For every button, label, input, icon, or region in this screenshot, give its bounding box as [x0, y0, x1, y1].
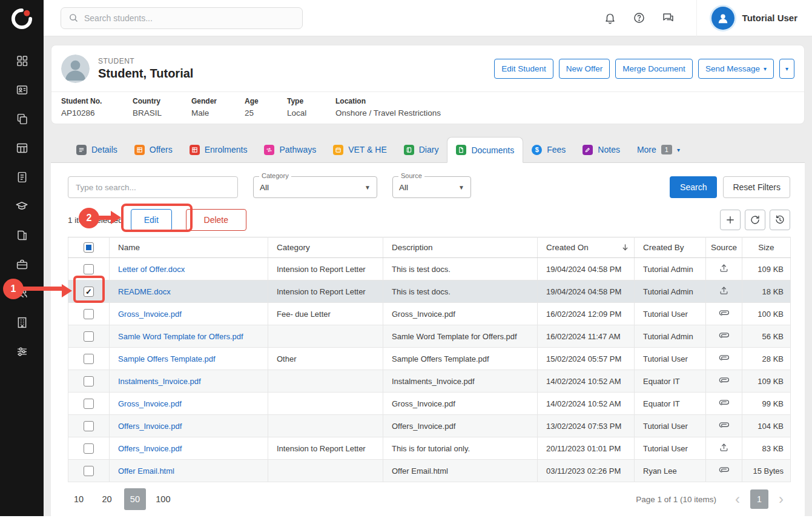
reset-filters-button[interactable]: Reset Filters — [723, 176, 790, 198]
cell-size: 104 KB — [742, 415, 791, 437]
row-checkbox[interactable] — [84, 399, 94, 409]
source-filter-select[interactable]: Source All ▼ — [392, 176, 471, 198]
column-header-source[interactable]: Source — [706, 237, 742, 258]
page-size-10[interactable]: 10 — [68, 488, 90, 510]
page-size-20[interactable]: 20 — [96, 488, 117, 510]
previous-page-button[interactable]: ‹ — [728, 489, 747, 509]
document-link[interactable]: Instalments_Invoice.pdf — [118, 377, 201, 386]
tab-diary[interactable]: Diary — [395, 137, 447, 162]
tab-notes[interactable]: Notes — [574, 137, 629, 162]
add-document-button[interactable] — [720, 210, 741, 230]
attachment-icon — [718, 311, 730, 320]
cell-created-by: Equator IT — [635, 370, 706, 393]
send-message-button[interactable]: Send Message▾ — [698, 59, 774, 79]
row-checkbox[interactable] — [84, 287, 94, 297]
organisation-icon[interactable] — [7, 308, 36, 337]
cell-created-on: 13/02/2024 07:53 PM — [538, 415, 635, 437]
row-checkbox[interactable] — [84, 264, 94, 274]
row-checkbox[interactable] — [84, 331, 94, 342]
cell-category — [268, 415, 383, 437]
chevron-down-icon: ▼ — [447, 184, 464, 191]
app-logo-icon — [10, 7, 34, 31]
contacts-icon[interactable] — [7, 75, 36, 104]
app-logo[interactable] — [8, 5, 36, 33]
new-offer-button[interactable]: New Offer — [559, 59, 610, 79]
refresh-button[interactable] — [745, 210, 765, 230]
dashboard-icon[interactable] — [7, 46, 36, 75]
horizontal-scrollbar[interactable] — [0, 516, 812, 524]
page-size-50[interactable]: 50 — [124, 488, 146, 510]
cell-created-on: 03/11/2023 02:26 PM — [538, 460, 635, 482]
user-menu[interactable]: Tutorial User — [696, 0, 802, 36]
column-header-created-on[interactable]: Created On — [538, 237, 635, 258]
student-tabs: Details Offers Enrolments Pathways VET &… — [51, 137, 805, 163]
tab-enrolments[interactable]: Enrolments — [181, 137, 256, 162]
row-checkbox[interactable] — [84, 466, 94, 476]
cell-category — [268, 460, 383, 482]
document-link[interactable]: Samle Word Template for Offers.pdf — [118, 332, 243, 341]
documents-search-input[interactable] — [68, 176, 238, 198]
column-header-description[interactable]: Description — [383, 237, 538, 258]
delete-button[interactable]: Delete — [186, 209, 246, 231]
current-page-button[interactable]: 1 — [750, 489, 768, 509]
tab-vet-he[interactable]: VET & HE — [325, 137, 395, 162]
row-checkbox[interactable] — [84, 376, 94, 386]
document-link[interactable]: Sample Offers Template.pdf — [118, 354, 216, 363]
student-age: 25 — [245, 108, 271, 118]
merge-document-button[interactable]: Merge Document — [615, 59, 693, 79]
document-link[interactable]: README.docx — [118, 287, 171, 296]
global-search[interactable] — [61, 7, 303, 29]
cell-created-by: Tutorial Admin — [635, 280, 706, 303]
document-link[interactable]: Offers_Invoice.pdf — [118, 422, 182, 431]
column-header-name[interactable]: Name — [110, 237, 268, 258]
document-link[interactable]: Offers_Invoice.pdf — [118, 444, 182, 453]
row-checkbox[interactable] — [84, 309, 94, 319]
search-button[interactable]: Search — [670, 176, 717, 198]
category-filter-select[interactable]: Category All ▼ — [253, 176, 377, 198]
document-link[interactable]: Gross_Invoice.pdf — [118, 399, 182, 408]
invoices-icon[interactable] — [7, 162, 36, 191]
cell-size: 109 KB — [742, 370, 791, 393]
history-button[interactable] — [770, 210, 790, 230]
next-page-button[interactable]: › — [772, 489, 790, 509]
cell-category: Intension to Report Letter — [268, 258, 383, 280]
copy-documents-icon[interactable] — [7, 104, 36, 133]
more-actions-button[interactable]: ▾ — [779, 59, 794, 79]
tab-pathways[interactable]: Pathways — [256, 137, 325, 162]
messages-button[interactable] — [656, 6, 681, 30]
tab-fees[interactable]: $Fees — [523, 137, 574, 162]
edit-student-button[interactable]: Edit Student — [494, 59, 553, 79]
column-header-created-by[interactable]: Created By — [635, 237, 706, 258]
document-link[interactable]: Offer Email.html — [118, 466, 174, 476]
sort-desc-icon[interactable] — [621, 243, 630, 254]
library-icon[interactable] — [7, 221, 36, 250]
notifications-button[interactable] — [598, 6, 622, 30]
edit-button[interactable]: Edit — [131, 209, 172, 231]
tab-offers[interactable]: Offers — [126, 137, 181, 162]
cell-created-on: 19/04/2024 04:58 PM — [538, 258, 635, 280]
tables-icon[interactable] — [7, 133, 36, 162]
details-icon — [76, 145, 87, 155]
cell-category: Intension to Report Letter — [268, 437, 383, 460]
select-all-checkbox[interactable] — [84, 242, 94, 253]
document-link[interactable]: Gross_Invoice.pdf — [118, 310, 182, 319]
column-header-category[interactable]: Category — [268, 237, 383, 258]
tab-more[interactable]: More1▾ — [629, 137, 688, 162]
row-checkbox[interactable] — [84, 443, 94, 454]
global-search-input[interactable] — [84, 13, 295, 23]
tab-documents[interactable]: Documents — [447, 137, 523, 163]
upload-icon — [719, 445, 729, 454]
column-header-size[interactable]: Size — [742, 237, 791, 258]
settings-sliders-icon[interactable] — [7, 337, 36, 366]
help-button[interactable] — [627, 6, 652, 30]
row-checkbox[interactable] — [84, 354, 94, 364]
row-checkbox[interactable] — [84, 421, 94, 431]
courses-icon[interactable] — [7, 191, 36, 221]
services-icon[interactable] — [7, 250, 36, 279]
attachment-icon — [718, 334, 730, 343]
agents-icon[interactable] — [7, 279, 36, 308]
fees-icon: $ — [532, 145, 542, 155]
document-link[interactable]: Letter of Offer.docx — [118, 265, 185, 274]
page-size-100[interactable]: 100 — [152, 488, 174, 510]
tab-details[interactable]: Details — [68, 137, 126, 162]
